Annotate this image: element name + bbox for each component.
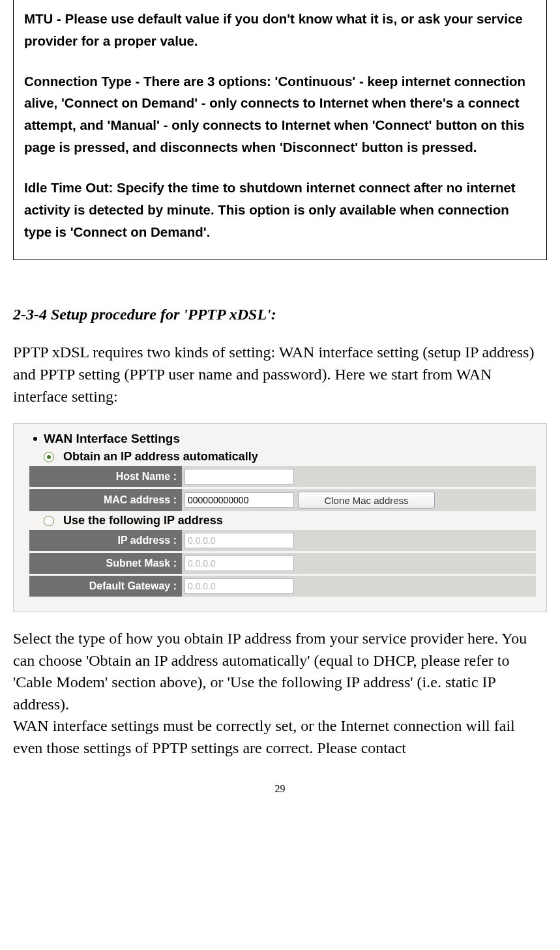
info-box: MTU - Please use default value if you do… bbox=[13, 0, 547, 260]
info-idle-timeout: Idle Time Out: Specify the time to shutd… bbox=[24, 177, 536, 243]
after-text: Select the type of how you obtain IP add… bbox=[13, 628, 547, 760]
intro-text: PPTP xDSL requires two kinds of setting:… bbox=[13, 342, 547, 408]
info-connection-type: Connection Type - There are 3 options: '… bbox=[24, 70, 536, 158]
label-host-name: Host Name : bbox=[29, 466, 182, 487]
row-subnet-mask: Subnet Mask : bbox=[29, 553, 536, 574]
section-heading: 2-3-4 Setup procedure for 'PPTP xDSL': bbox=[13, 306, 547, 323]
radio-row-static[interactable]: Use the following IP address bbox=[20, 514, 540, 527]
row-ip-address: IP address : bbox=[29, 530, 536, 551]
input-mac-address[interactable] bbox=[184, 492, 294, 508]
label-default-gateway: Default Gateway : bbox=[29, 576, 182, 597]
wan-interface-panel: WAN Interface Settings Obtain an IP addr… bbox=[13, 423, 547, 612]
radio-static-label: Use the following IP address bbox=[63, 514, 223, 527]
label-subnet-mask: Subnet Mask : bbox=[29, 553, 182, 574]
row-host-name: Host Name : bbox=[29, 466, 536, 487]
label-ip-address: IP address : bbox=[29, 530, 182, 551]
input-ip-address[interactable] bbox=[184, 533, 294, 548]
radio-auto-label: Obtain an IP address automatically bbox=[63, 450, 258, 464]
radio-row-auto[interactable]: Obtain an IP address automatically bbox=[20, 450, 540, 464]
row-mac-address: MAC address : Clone Mac address bbox=[29, 489, 536, 511]
row-default-gateway: Default Gateway : bbox=[29, 576, 536, 597]
input-subnet-mask[interactable] bbox=[184, 556, 294, 571]
info-mtu: MTU - Please use default value if you do… bbox=[24, 8, 536, 52]
page-number: 29 bbox=[13, 783, 547, 795]
bullet-icon bbox=[33, 437, 37, 441]
clone-mac-button[interactable]: Clone Mac address bbox=[298, 492, 435, 509]
wan-title: WAN Interface Settings bbox=[44, 432, 180, 446]
input-host-name[interactable] bbox=[184, 469, 294, 484]
input-default-gateway[interactable] bbox=[184, 578, 294, 594]
radio-static[interactable] bbox=[44, 516, 54, 526]
label-mac-address: MAC address : bbox=[29, 489, 182, 511]
radio-auto[interactable] bbox=[44, 452, 54, 462]
